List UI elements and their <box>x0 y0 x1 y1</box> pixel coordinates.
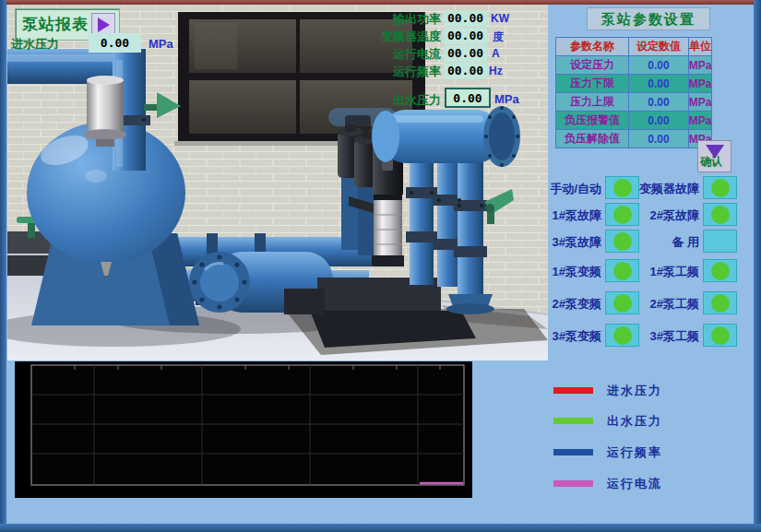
legend-swatch-run-current <box>553 480 593 487</box>
run-frequency-label: 运行频率 <box>358 64 441 80</box>
status-row: 手动/自动 变频器故障 <box>524 176 740 200</box>
status-label: 1#泵工频 <box>611 264 699 280</box>
legend-item: 进水压力 <box>553 384 747 398</box>
legend-label: 进水压力 <box>607 383 662 399</box>
status-label: 3#泵故障 <box>524 234 601 251</box>
status-indicator <box>703 230 737 253</box>
param-value-cell[interactable]: 0.00 <box>629 75 688 92</box>
hmi-screen: 泵站报表 进水压力 0.00 MPa 输出功率 00.00 KW 变频器温度 0… <box>0 0 761 532</box>
param-unit-cell: MPa <box>689 56 711 74</box>
legend-swatch-run-frequency <box>553 449 593 455</box>
param-name-cell: 负压报警值 <box>556 112 628 129</box>
param-name-cell: 负压解除值 <box>556 130 628 148</box>
discharge-manifold <box>372 106 520 167</box>
frame-border-bottom <box>0 524 761 532</box>
params-panel-title: 泵站参数设置 <box>587 7 710 30</box>
param-col-value: 设定数值 <box>629 38 688 55</box>
legend-swatch-inlet-pressure <box>553 387 593 394</box>
status-row: 1#泵变频 1#泵工频 <box>524 259 740 283</box>
frame-border-left <box>0 0 6 532</box>
status-label: 2#泵故障 <box>611 207 699 224</box>
param-value-cell[interactable]: 0.00 <box>629 112 688 129</box>
status-indicator <box>703 324 737 347</box>
lamp-icon <box>711 206 730 224</box>
status-indicator <box>703 176 737 199</box>
outlet-pressure-unit: MPa <box>494 92 519 106</box>
status-row: 1#泵故障 2#泵故障 <box>524 203 740 227</box>
lamp-icon <box>711 179 730 197</box>
status-indicator <box>703 203 737 226</box>
param-name-cell: 设定压力 <box>556 56 628 74</box>
lamp-icon <box>711 326 730 345</box>
air-vent-cylinder <box>84 76 126 147</box>
output-power-label: 输出功率 <box>358 11 441 28</box>
status-indicator <box>703 259 737 282</box>
outlet-pressure-label: 出水压力 <box>358 92 441 109</box>
status-label: 3#泵工频 <box>611 328 699 345</box>
param-name-cell: 压力上限 <box>556 93 628 111</box>
run-frequency-value: 00.00 <box>444 63 487 79</box>
run-frequency-unit: Hz <box>489 65 503 77</box>
inlet-pressure-unit: MPa <box>149 37 173 51</box>
status-label: 手动/自动 <box>524 181 601 197</box>
param-col-unit: 单位 <box>689 38 711 55</box>
legend-item: 运行电流 <box>553 477 747 491</box>
param-value-cell[interactable]: 0.00 <box>629 93 688 111</box>
status-row: 3#泵变频 3#泵工频 <box>524 324 740 348</box>
param-unit-cell: MPa <box>689 112 711 129</box>
legend-label: 出水压力 <box>607 413 662 430</box>
run-current-unit: A <box>492 47 500 60</box>
status-label: 1#泵故障 <box>524 207 601 224</box>
confirm-button[interactable]: 确认 <box>697 140 731 172</box>
param-table: 参数名称 设定数值 单位 设定压力 0.00 MPa 压力下限 0.00 MPa… <box>555 37 712 148</box>
report-button-label: 泵站报表 <box>22 14 89 35</box>
run-current-value: 00.00 <box>444 45 487 62</box>
legend-label: 运行频率 <box>607 444 662 461</box>
param-col-name: 参数名称 <box>556 38 628 55</box>
inverter-temp-value: 00.00 <box>444 28 487 44</box>
status-label: 3#泵变频 <box>524 328 601 345</box>
frame-border-right <box>754 0 761 532</box>
param-value-cell[interactable]: 0.00 <box>629 56 688 74</box>
inverter-temp-unit: 度 <box>493 30 504 45</box>
outlet-pressure-value: 0.00 <box>445 88 491 108</box>
confirm-button-label: 确认 <box>700 154 722 170</box>
inlet-pressure-value: 0.00 <box>89 33 141 53</box>
status-label: 备 用 <box>611 234 699 251</box>
trend-chart <box>15 361 472 498</box>
param-value-cell[interactable]: 0.00 <box>629 130 688 148</box>
legend-item: 运行频率 <box>553 445 747 460</box>
output-power-value: 00.00 <box>444 10 487 27</box>
param-unit-cell: MPa <box>689 93 711 111</box>
status-label: 变频器故障 <box>611 181 699 197</box>
param-unit-cell: MPa <box>689 75 711 92</box>
status-row: 3#泵故障 备 用 <box>524 230 740 254</box>
status-label: 1#泵变频 <box>524 264 601 280</box>
lamp-icon <box>711 294 730 313</box>
legend-swatch-outlet-pressure <box>553 418 593 424</box>
status-label: 2#泵工频 <box>611 296 699 313</box>
trend-chart-plot <box>15 361 472 498</box>
status-indicator <box>703 291 737 314</box>
run-current-label: 运行电流 <box>358 46 441 63</box>
legend-label: 运行电流 <box>607 476 662 492</box>
output-power-unit: KW <box>491 12 509 25</box>
inlet-pressure-label: 进水压力 <box>11 36 59 53</box>
inverter-temp-label: 变频器温度 <box>358 29 441 45</box>
lamp-icon <box>711 262 730 280</box>
status-label: 2#泵变频 <box>524 296 601 313</box>
pump-barrel-silver <box>372 195 404 266</box>
param-name-cell: 压力下限 <box>556 75 628 92</box>
legend-item: 出水压力 <box>553 414 747 429</box>
status-row: 2#泵变频 2#泵工频 <box>524 291 740 315</box>
